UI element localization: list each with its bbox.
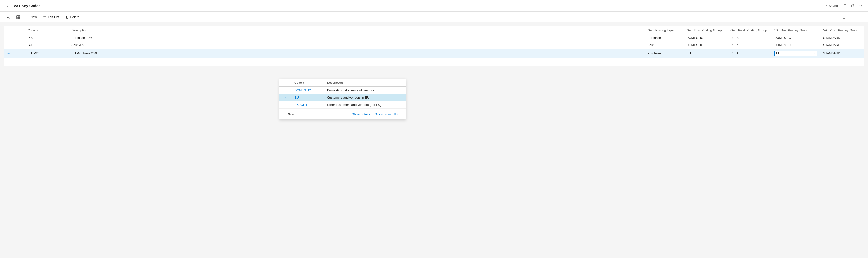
cell-gen-prod-3: RETAIL (727, 49, 771, 58)
popup-row-indicator-2: → (279, 94, 290, 101)
edit-list-button[interactable]: Edit List (40, 14, 62, 20)
columns-button[interactable] (857, 13, 864, 21)
list-item[interactable]: DOMESTIC Domestic customers and vendors (279, 87, 406, 94)
popup-cell-code-1[interactable]: DOMESTIC (290, 87, 323, 94)
bookmark-button[interactable] (842, 2, 848, 9)
popup-cell-desc-1: Domestic customers and vendors (323, 87, 406, 94)
cell-desc-3: EU Purchase 20% (68, 49, 645, 58)
popup-sort-icon: ↑ (303, 81, 304, 84)
col-gen-prod-header[interactable]: Gen. Prod. Posting Group (727, 26, 771, 34)
edit-list-label: Edit List (48, 15, 59, 19)
popup-cell-code-2[interactable]: EU (290, 94, 323, 101)
cell-gen-bus-1: DOMESTIC (684, 34, 727, 41)
table-row[interactable]: P20 Purchase 20% Purchase DOMESTIC RETAI… (4, 34, 864, 41)
new-label: New (30, 15, 37, 19)
popup-col-indicator-header (279, 79, 290, 87)
cell-gen-prod-2: RETAIL (727, 41, 771, 49)
row-action-1 (13, 34, 25, 41)
popup-plus-icon: ＋ (283, 112, 286, 116)
cell-code-2: S20 (25, 41, 68, 49)
row-indicator-2 (4, 41, 13, 49)
table-row[interactable]: → ⋮ EU_P20 EU Purchase 20% Purchase EU R… (4, 49, 864, 58)
show-details-label: Show details (352, 112, 370, 116)
col-vat-bus-header[interactable]: VAT Bus. Posting Group (771, 26, 820, 34)
table-row[interactable]: S20 Sale 20% Sale DOMESTIC RETAIL DOMEST… (4, 41, 864, 49)
col-gen-posting-header[interactable]: Gen. Posting Type (645, 26, 684, 34)
row-action-3[interactable]: ⋮ (13, 49, 25, 58)
cell-desc-2: Sale 20% (68, 41, 645, 49)
vat-bus-dropdown[interactable]: EU ∨ (774, 51, 817, 56)
popout-button[interactable] (849, 2, 856, 9)
popup-new-label: New (288, 112, 294, 116)
cell-code-1: P20 (25, 34, 68, 41)
cell-vat-bus-3[interactable]: EU ∨ (771, 49, 820, 58)
delete-label: Delete (70, 15, 79, 19)
col-vat-prod-header[interactable]: VAT Prod. Posting Group (820, 26, 864, 34)
view-button[interactable] (14, 14, 23, 20)
table-row-empty (4, 58, 864, 66)
popup-row-indicator-1 (279, 87, 290, 94)
svg-rect-2 (17, 16, 18, 17)
app-window: VAT Key Codes ✓ Saved (0, 0, 868, 258)
search-button[interactable] (4, 14, 13, 20)
svg-rect-6 (43, 16, 46, 16)
dropdown-selected-value: EU (776, 52, 812, 55)
cell-gen-bus-2: DOMESTIC (684, 41, 727, 49)
share-button[interactable] (840, 13, 847, 21)
cell-vat-bus-1: DOMESTIC (771, 34, 820, 41)
cell-vat-prod-3: STANDARD (820, 49, 864, 58)
cell-gen-type-3: Purchase (645, 49, 684, 58)
cell-vat-bus-2: DOMESTIC (771, 41, 820, 49)
toolbar-right (840, 13, 864, 21)
chevron-down-icon: ∨ (813, 52, 815, 55)
svg-rect-5 (18, 17, 20, 18)
saved-indicator: ✓ Saved (825, 4, 838, 7)
popup-footer: ＋ New Show details Select from full list (279, 109, 406, 119)
popup-row-indicator-3 (279, 101, 290, 109)
popup-code-link-2[interactable]: EU (294, 96, 299, 99)
col-code-header[interactable]: Code ↑ (25, 26, 68, 34)
back-button[interactable] (4, 2, 11, 9)
col-gen-bus-header[interactable]: Gen. Bus. Posting Group (684, 26, 727, 34)
data-table: Code ↑ Description Gen. Posting Type Gen… (4, 26, 864, 66)
popup-cell-code-3[interactable]: EXPORT (290, 101, 323, 109)
list-item[interactable]: → EU Customers and vendors in EU (279, 94, 406, 101)
cell-gen-prod-1: RETAIL (727, 34, 771, 41)
title-bar: VAT Key Codes ✓ Saved (0, 0, 868, 12)
cell-vat-prod-1: STANDARD (820, 34, 864, 41)
popup-code-link-1[interactable]: DOMESTIC (294, 88, 311, 92)
row-action-2 (13, 41, 25, 49)
saved-label: Saved (829, 4, 838, 7)
minimize-button[interactable] (857, 2, 864, 9)
select-from-full-list-button[interactable]: Select from full list (373, 111, 402, 117)
svg-rect-8 (43, 18, 45, 18)
popup-header-row: Code ↑ Description (279, 79, 406, 87)
toolbar: ＋ New Edit List Delete (0, 12, 868, 23)
col-action (13, 26, 25, 34)
list-item[interactable]: EXPORT Other customers and vendors (not … (279, 101, 406, 109)
col-indicator (4, 26, 13, 34)
plus-icon: ＋ (26, 15, 29, 19)
cell-code-3: EU_P20 (25, 49, 68, 58)
popup-col-code-header[interactable]: Code ↑ (290, 79, 323, 87)
main-content: Code ↑ Description Gen. Posting Type Gen… (0, 23, 868, 258)
cell-desc-1: Purchase 20% (68, 34, 645, 41)
popup-new-button[interactable]: ＋ New (283, 111, 294, 117)
row-indicator-3: → (4, 49, 13, 58)
cell-gen-type-2: Sale (645, 41, 684, 49)
new-button[interactable]: ＋ New (23, 13, 39, 21)
popup-cell-desc-2: Customers and vendors in EU (323, 94, 406, 101)
row-indicator-1 (4, 34, 13, 41)
popup-col-desc-header[interactable]: Description (323, 79, 406, 87)
svg-rect-3 (18, 16, 20, 17)
show-details-button[interactable]: Show details (350, 111, 371, 117)
row-context-menu-button[interactable]: ⋮ (16, 51, 22, 56)
delete-button[interactable]: Delete (63, 14, 82, 20)
col-desc-header[interactable]: Description (68, 26, 645, 34)
cell-gen-bus-3: EU (684, 49, 727, 58)
popup-table: Code ↑ Description DOMESTIC Dom (279, 79, 406, 109)
popup-code-link-3[interactable]: EXPORT (294, 103, 307, 107)
select-from-full-list-label: Select from full list (375, 112, 400, 116)
filter-button[interactable] (848, 13, 856, 21)
check-icon: ✓ (825, 4, 828, 7)
